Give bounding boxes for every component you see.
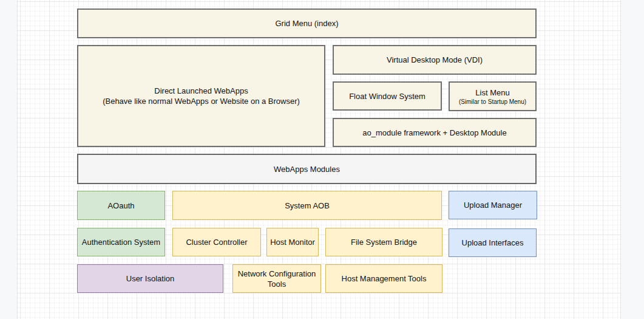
page: Grid Menu (index) Direct Launched WebApp… [0, 0, 644, 319]
list-menu-sublabel: (Similar to Startup Menu) [459, 98, 526, 106]
cluster-controller-label: Cluster Controller [186, 237, 247, 247]
ao-module-framework-label: ao_module framework + Desktop Module [362, 128, 506, 138]
diagram-canvas: Grid Menu (index) Direct Launched WebApp… [17, 0, 621, 319]
host-management-tools-box: Host Management Tools [325, 264, 442, 293]
grid-menu-box: Grid Menu (index) [77, 9, 537, 38]
page-gutter-right [621, 0, 644, 319]
grid-menu-label: Grid Menu (index) [275, 18, 338, 29]
system-aob-box: System AOB [172, 191, 442, 220]
user-isolation-box: User Isolation [77, 264, 223, 293]
webapps-modules-box: WebApps Modules [77, 154, 537, 184]
aoauth-label: AOauth [107, 201, 134, 211]
float-window-system-box: Float Window System [333, 81, 442, 111]
page-gutter-left [0, 0, 17, 319]
network-configuration-tools-box: Network Configuration Tools [232, 264, 321, 293]
direct-launched-webapps-sublabel: (Behave like normal WebApps or Website o… [103, 96, 300, 106]
host-monitor-label: Host Monitor [270, 237, 315, 247]
system-aob-label: System AOB [285, 201, 330, 211]
host-management-tools-label: Host Management Tools [342, 273, 427, 284]
upload-interfaces-label: Upload Interfaces [462, 238, 524, 248]
user-isolation-label: User Isolation [126, 273, 174, 284]
list-menu-label: List Menu [475, 87, 509, 98]
cluster-controller-box: Cluster Controller [172, 228, 261, 256]
float-window-system-label: Float Window System [349, 91, 425, 101]
direct-launched-webapps-label: Direct Launched WebApps [154, 86, 248, 96]
authentication-system-label: Authentication System [82, 237, 160, 247]
direct-launched-webapps-box: Direct Launched WebApps (Behave like nor… [77, 45, 325, 147]
virtual-desktop-mode-box: Virtual Desktop Mode (VDI) [333, 45, 537, 75]
authentication-system-box: Authentication System [77, 228, 165, 256]
upload-interfaces-box: Upload Interfaces [449, 228, 537, 257]
file-system-bridge-label: File System Bridge [351, 237, 417, 247]
aoauth-box: AOauth [77, 191, 165, 220]
webapps-modules-label: WebApps Modules [274, 164, 340, 174]
file-system-bridge-box: File System Bridge [325, 228, 442, 256]
virtual-desktop-mode-label: Virtual Desktop Mode (VDI) [387, 55, 483, 65]
ao-module-framework-box: ao_module framework + Desktop Module [333, 118, 537, 147]
host-monitor-box: Host Monitor [266, 228, 319, 256]
upload-manager-label: Upload Manager [464, 200, 522, 210]
upload-manager-box: Upload Manager [449, 191, 537, 219]
list-menu-box: List Menu (Similar to Startup Menu) [449, 81, 537, 111]
network-configuration-tools-label: Network Configuration Tools [236, 269, 318, 289]
